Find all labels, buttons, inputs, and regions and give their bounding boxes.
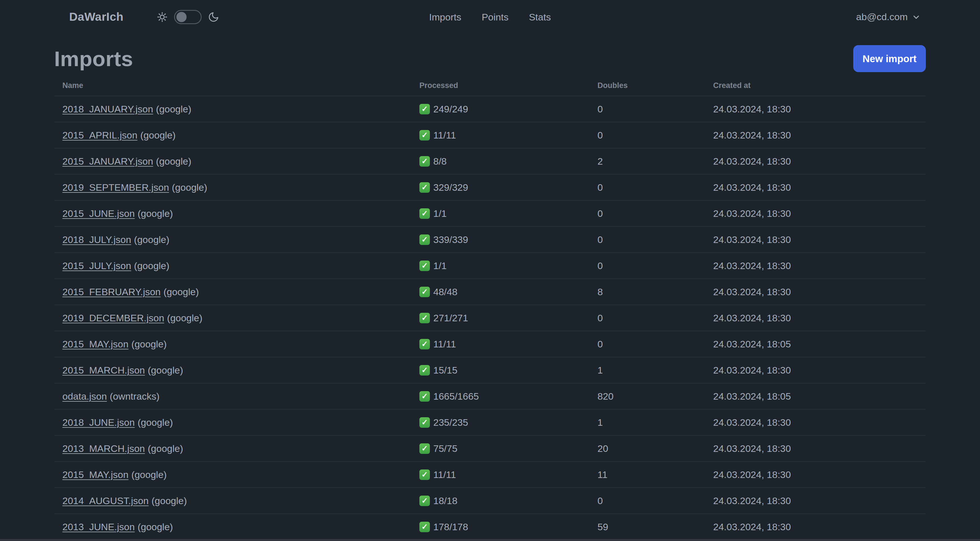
processed-value: 1/1 xyxy=(433,208,447,219)
import-file-link[interactable]: 2015_MARCH.json xyxy=(62,365,145,375)
import-file-link[interactable]: 2015_MAY.json xyxy=(62,469,129,480)
success-check-icon: ✓ xyxy=(419,104,430,114)
processed-value: 18/18 xyxy=(433,495,457,506)
processed-value: 11/11 xyxy=(433,469,456,480)
doubles-value: 20 xyxy=(589,436,705,461)
created-at-value: 24.03.2024, 18:30 xyxy=(705,148,926,174)
processed-cell: ✓ 1665/1665 xyxy=(411,383,589,409)
name-cell: 2015_MAY.json(google) xyxy=(54,331,411,357)
moon-icon xyxy=(208,11,219,23)
processed-value: 249/249 xyxy=(433,104,468,115)
name-cell: 2015_JANUARY.json(google) xyxy=(54,148,411,174)
import-file-link[interactable]: 2019_SEPTEMBER.json xyxy=(62,182,169,193)
import-source: (google) xyxy=(134,234,170,245)
import-file-link[interactable]: 2018_JANUARY.json xyxy=(62,104,153,114)
table-row: 2015_FEBRUARY.json(google) ✓ 48/48 8 24.… xyxy=(54,279,926,305)
nav-link-imports[interactable]: Imports xyxy=(429,11,461,22)
import-file-link[interactable]: 2014_AUGUST.json xyxy=(62,495,149,506)
created-at-value: 24.03.2024, 18:30 xyxy=(705,436,926,461)
success-check-icon: ✓ xyxy=(419,391,430,402)
table-header-row: Name Processed Doubles Created at xyxy=(54,74,926,96)
created-at-value: 24.03.2024, 18:30 xyxy=(705,227,926,253)
name-cell: 2013_MARCH.json(google) xyxy=(54,436,411,461)
processed-value: 75/75 xyxy=(433,443,457,454)
import-source: (google) xyxy=(172,182,207,193)
created-at-value: 24.03.2024, 18:30 xyxy=(705,357,926,383)
table-row: 2018_JANUARY.json(google) ✓ 249/249 0 24… xyxy=(54,96,926,122)
processed-value: 11/11 xyxy=(433,130,456,141)
processed-value: 271/271 xyxy=(433,313,468,324)
import-file-link[interactable]: odata.json xyxy=(62,391,107,402)
success-check-icon: ✓ xyxy=(419,469,430,480)
created-at-value: 24.03.2024, 18:30 xyxy=(705,279,926,305)
success-check-icon: ✓ xyxy=(419,156,430,167)
import-file-link[interactable]: 2013_MARCH.json xyxy=(62,443,145,454)
created-at-value: 24.03.2024, 18:30 xyxy=(705,305,926,331)
name-cell: 2018_JANUARY.json(google) xyxy=(54,96,411,122)
success-check-icon: ✓ xyxy=(419,417,430,428)
success-check-icon: ✓ xyxy=(419,522,430,532)
doubles-value: 820 xyxy=(589,383,705,409)
new-import-button[interactable]: New import xyxy=(853,45,926,72)
name-cell: 2015_JUNE.json(google) xyxy=(54,200,411,227)
processed-cell: ✓ 8/8 xyxy=(411,148,589,174)
name-cell: 2015_JULY.json(google) xyxy=(54,253,411,279)
doubles-value: 59 xyxy=(589,514,705,540)
doubles-value: 1 xyxy=(589,409,705,436)
import-file-link[interactable]: 2019_DECEMBER.json xyxy=(62,313,164,323)
doubles-value: 2 xyxy=(589,148,705,174)
doubles-value: 8 xyxy=(589,279,705,305)
processed-cell: ✓ 1/1 xyxy=(411,253,589,279)
table-row: 2019_DECEMBER.json(google) ✓ 271/271 0 2… xyxy=(54,305,926,331)
import-source: (google) xyxy=(131,469,167,480)
success-check-icon: ✓ xyxy=(419,313,430,323)
success-check-icon: ✓ xyxy=(419,365,430,375)
created-at-value: 24.03.2024, 18:05 xyxy=(705,383,926,409)
import-file-link[interactable]: 2018_JUNE.json xyxy=(62,417,135,428)
chevron-down-icon xyxy=(912,13,921,22)
doubles-value: 0 xyxy=(589,122,705,148)
user-email: ab@cd.com xyxy=(856,11,908,22)
import-source: (google) xyxy=(138,522,173,532)
name-cell: 2015_FEBRUARY.json(google) xyxy=(54,279,411,305)
import-source: (google) xyxy=(131,338,167,349)
app-logo[interactable]: DaWarIch xyxy=(69,10,124,24)
column-header-created-at: Created at xyxy=(705,74,926,96)
nav-link-points[interactable]: Points xyxy=(482,11,509,22)
processed-value: 329/329 xyxy=(433,182,468,193)
window-bottom-edge xyxy=(0,539,980,541)
success-check-icon: ✓ xyxy=(419,496,430,506)
processed-cell: ✓ 11/11 xyxy=(411,461,589,488)
imports-table-body: 2018_JANUARY.json(google) ✓ 249/249 0 24… xyxy=(54,96,926,541)
nav-link-stats[interactable]: Stats xyxy=(529,11,551,22)
table-row: 2018_JULY.json(google) ✓ 339/339 0 24.03… xyxy=(54,227,926,253)
import-file-link[interactable]: 2015_JULY.json xyxy=(62,260,131,271)
import-file-link[interactable]: 2015_MAY.json xyxy=(62,338,129,349)
processed-cell: ✓ 15/15 xyxy=(411,357,589,383)
import-source: (google) xyxy=(167,313,202,323)
processed-value: 15/15 xyxy=(433,365,457,376)
column-header-doubles: Doubles xyxy=(589,74,705,96)
table-row: 2015_JULY.json(google) ✓ 1/1 0 24.03.202… xyxy=(54,253,926,279)
processed-cell: ✓ 271/271 xyxy=(411,305,589,331)
name-cell: odata.json(owntracks) xyxy=(54,383,411,409)
import-file-link[interactable]: 2015_APRIL.json xyxy=(62,130,138,140)
doubles-value: 0 xyxy=(589,227,705,253)
sun-icon xyxy=(156,11,168,23)
success-check-icon: ✓ xyxy=(419,444,430,454)
import-file-link[interactable]: 2018_JULY.json xyxy=(62,234,131,245)
import-file-link[interactable]: 2015_JUNE.json xyxy=(62,208,135,219)
import-file-link[interactable]: 2015_JANUARY.json xyxy=(62,156,153,167)
import-file-link[interactable]: 2013_JUNE.json xyxy=(62,522,135,532)
success-check-icon: ✓ xyxy=(419,182,430,193)
name-cell: 2015_APRIL.json(google) xyxy=(54,122,411,148)
created-at-value: 24.03.2024, 18:30 xyxy=(705,409,926,436)
table-row: 2013_MARCH.json(google) ✓ 75/75 20 24.03… xyxy=(54,436,926,461)
user-menu[interactable]: ab@cd.com xyxy=(856,11,921,22)
theme-toggle-switch[interactable] xyxy=(174,10,202,24)
created-at-value: 24.03.2024, 18:30 xyxy=(705,122,926,148)
table-row: 2015_MARCH.json(google) ✓ 15/15 1 24.03.… xyxy=(54,357,926,383)
import-file-link[interactable]: 2015_FEBRUARY.json xyxy=(62,286,161,297)
created-at-value: 24.03.2024, 18:30 xyxy=(705,96,926,122)
doubles-value: 11 xyxy=(589,461,705,488)
